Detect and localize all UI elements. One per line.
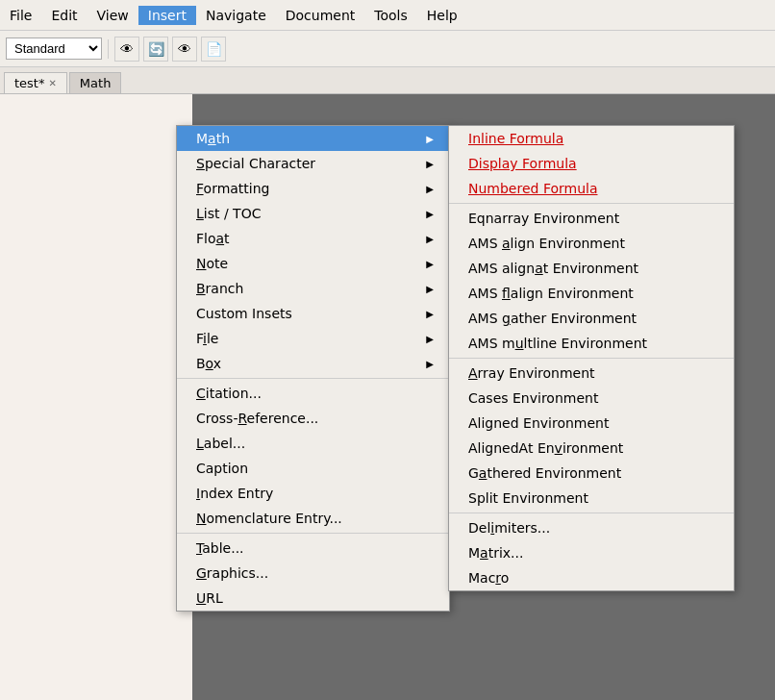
menu-item-cases[interactable]: Cases Environment (449, 386, 734, 411)
app-window: File Edit View Insert Navigate Document … (0, 0, 775, 700)
tab-math-label: Math (80, 76, 112, 90)
main-content: Math ▶ Special Character ▶ Formatting ▶ … (0, 94, 775, 700)
menu-item-aligned-label: Aligned Environment (468, 415, 609, 431)
menu-item-float[interactable]: Float ▶ (177, 226, 449, 251)
menu-help[interactable]: Help (417, 6, 467, 25)
menu-item-cross-ref[interactable]: Cross-Reference... (177, 406, 449, 431)
divider-2 (177, 533, 449, 534)
toolbar-view2-btn[interactable]: 👁 (172, 37, 197, 62)
menu-item-special-char-arrow: ▶ (426, 159, 434, 169)
menu-item-note-label: Note (196, 256, 228, 271)
menu-item-index-entry[interactable]: Index Entry (177, 481, 449, 506)
menu-item-alignedat-label: AlignedAt Environment (468, 440, 623, 456)
menu-item-url[interactable]: URL (177, 586, 449, 611)
menu-item-box[interactable]: Box ▶ (177, 351, 449, 376)
menu-item-ams-gather[interactable]: AMS gather Environment (449, 306, 734, 331)
menu-item-ams-multline[interactable]: AMS multline Environment (449, 331, 734, 356)
math-divider-1 (449, 203, 734, 204)
menu-edit[interactable]: Edit (41, 6, 87, 25)
menu-item-graphics-label: Graphics... (196, 565, 268, 581)
menu-item-delimiters[interactable]: Delimiters... (449, 515, 734, 540)
menu-item-custom-insets[interactable]: Custom Insets ▶ (177, 301, 449, 326)
menu-item-branch-arrow: ▶ (426, 284, 434, 294)
menu-item-formatting-label: Formatting (196, 181, 269, 196)
menu-item-label[interactable]: Label... (177, 431, 449, 456)
menu-item-table-label: Table... (196, 540, 244, 556)
menu-item-display-formula[interactable]: Display Formula (449, 151, 734, 176)
menubar: File Edit View Insert Navigate Document … (0, 0, 775, 31)
menu-item-box-arrow: ▶ (426, 359, 434, 369)
menu-item-caption[interactable]: Caption (177, 456, 449, 481)
menu-item-file-arrow: ▶ (426, 334, 434, 344)
menu-item-cross-ref-label: Cross-Reference... (196, 411, 318, 426)
menu-item-list-toc-label: List / TOC (196, 206, 261, 221)
menu-item-ams-align-label: AMS align Environment (468, 236, 625, 251)
menu-item-split[interactable]: Split Environment (449, 486, 734, 511)
menu-item-macro[interactable]: Macro (449, 565, 734, 590)
menu-item-ams-multline-label: AMS multline Environment (468, 336, 647, 351)
tabs-bar: test* ✕ Math (0, 67, 775, 94)
style-select[interactable]: Standard (6, 38, 102, 60)
menu-item-url-label: URL (196, 590, 223, 606)
menu-navigate[interactable]: Navigate (196, 6, 276, 25)
menu-item-array[interactable]: Array Environment (449, 361, 734, 386)
menu-item-index-entry-label: Index Entry (196, 486, 273, 501)
menu-document[interactable]: Document (276, 6, 365, 25)
menu-item-citation-label: Citation... (196, 386, 262, 401)
menu-item-branch-label: Branch (196, 281, 243, 296)
menu-item-label-label: Label... (196, 436, 245, 451)
menu-item-math[interactable]: Math ▶ (177, 126, 449, 151)
math-submenu: Inline Formula Display Formula Numbered … (448, 125, 735, 591)
tab-test[interactable]: test* ✕ (4, 72, 67, 93)
menu-item-cases-label: Cases Environment (468, 390, 598, 406)
menu-item-ams-flalign[interactable]: AMS flalign Environment (449, 281, 734, 306)
menu-tools[interactable]: Tools (364, 6, 417, 25)
menu-item-numbered-formula[interactable]: Numbered Formula (449, 176, 734, 201)
toolbar-refresh-btn[interactable]: 🔄 (143, 37, 168, 62)
menu-item-ams-flalign-label: AMS flalign Environment (468, 286, 634, 301)
menu-item-ams-align[interactable]: AMS align Environment (449, 231, 734, 256)
math-divider-2 (449, 358, 734, 359)
menu-item-gathered-label: Gathered Environment (468, 465, 621, 481)
menu-item-special-char[interactable]: Special Character ▶ (177, 151, 449, 176)
menu-item-ams-gather-label: AMS gather Environment (468, 311, 637, 326)
menu-item-box-label: Box (196, 356, 221, 371)
menu-item-citation[interactable]: Citation... (177, 381, 449, 406)
menu-item-file-label: File (196, 331, 218, 346)
menu-item-table[interactable]: Table... (177, 536, 449, 561)
menu-item-note[interactable]: Note ▶ (177, 251, 449, 276)
tab-test-close[interactable]: ✕ (48, 78, 56, 88)
tab-test-label: test* (14, 76, 44, 90)
menu-item-formatting[interactable]: Formatting ▶ (177, 176, 449, 201)
menu-item-graphics[interactable]: Graphics... (177, 561, 449, 586)
toolbar: Standard 👁 🔄 👁 📄 (0, 31, 775, 67)
toolbar-separator-1 (108, 39, 109, 59)
toolbar-zoom-btn[interactable]: 👁 (114, 37, 139, 62)
toolbar-view3-btn[interactable]: 📄 (201, 37, 226, 62)
tab-math[interactable]: Math (69, 72, 122, 93)
menu-item-ams-alignat-label: AMS alignat Environment (468, 261, 638, 276)
menu-item-matrix[interactable]: Matrix... (449, 540, 734, 565)
menu-item-eqnarray-label: Eqnarray Environment (468, 211, 619, 226)
menu-insert[interactable]: Insert (138, 6, 196, 25)
menu-item-alignedat[interactable]: AlignedAt Environment (449, 436, 734, 461)
menu-item-delimiters-label: Delimiters... (468, 520, 550, 536)
menu-item-gathered[interactable]: Gathered Environment (449, 461, 734, 486)
insert-menu: Math ▶ Special Character ▶ Formatting ▶ … (176, 125, 450, 612)
menu-item-inline-formula-label: Inline Formula (468, 131, 563, 146)
menu-item-custom-insets-arrow: ▶ (426, 309, 434, 319)
divider-1 (177, 378, 449, 379)
menu-item-eqnarray[interactable]: Eqnarray Environment (449, 206, 734, 231)
menu-item-aligned[interactable]: Aligned Environment (449, 411, 734, 436)
menu-file[interactable]: File (0, 6, 41, 25)
menu-view[interactable]: View (88, 6, 138, 25)
menu-item-formatting-arrow: ▶ (426, 184, 434, 194)
menu-item-list-toc-arrow: ▶ (426, 209, 434, 219)
menu-item-nomenclature[interactable]: Nomenclature Entry... (177, 506, 449, 531)
menu-item-ams-alignat[interactable]: AMS alignat Environment (449, 256, 734, 281)
menu-item-inline-formula[interactable]: Inline Formula (449, 126, 734, 151)
menu-item-file[interactable]: File ▶ (177, 326, 449, 351)
menu-item-list-toc[interactable]: List / TOC ▶ (177, 201, 449, 226)
menu-item-macro-label: Macro (468, 570, 509, 586)
menu-item-branch[interactable]: Branch ▶ (177, 276, 449, 301)
